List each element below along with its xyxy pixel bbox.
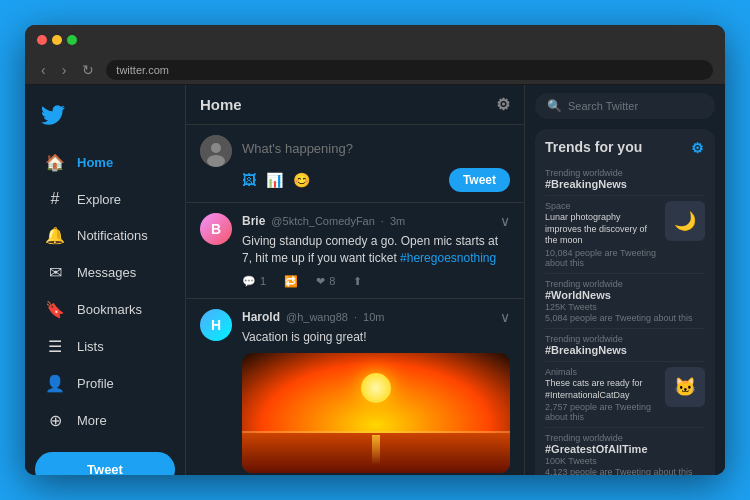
trend-5-text: Animals These cats are ready for #Intern… xyxy=(545,367,659,422)
sidebar-label-lists: Lists xyxy=(77,339,104,354)
sidebar-item-bookmarks[interactable]: 🔖 Bookmarks xyxy=(29,292,181,327)
trends-settings-icon[interactable]: ⚙ xyxy=(691,140,705,154)
tweet-1-name: Brie xyxy=(242,214,265,228)
tweet-button[interactable]: Tweet xyxy=(35,452,175,475)
tweet-1-share[interactable]: ⬆ xyxy=(353,275,362,288)
trend-2-text: Space Lunar photography improves the dis… xyxy=(545,201,659,268)
tweet-1-like[interactable]: ❤ 8 xyxy=(316,275,335,288)
sidebar-label-home: Home xyxy=(77,155,113,170)
search-input[interactable] xyxy=(568,100,706,112)
tweet-2-name: Harold xyxy=(242,310,280,324)
sidebar-item-more[interactable]: ⊕ More xyxy=(29,403,181,438)
tweet-card-1: B Brie @5ktch_ComedyFan · 3m ∨ Giving st… xyxy=(186,203,524,299)
profile-icon: 👤 xyxy=(45,374,65,393)
trend-item-2[interactable]: Space Lunar photography improves the dis… xyxy=(545,196,705,274)
trends-box: Trends for you ⚙ Trending worldwide #Bre… xyxy=(535,129,715,475)
tweet-1-more-icon[interactable]: ∨ xyxy=(500,213,510,229)
tweet-2-meta: Harold @h_wang88 · 10m ∨ xyxy=(242,309,510,325)
trend-item-1[interactable]: Trending worldwide #BreakingNews xyxy=(545,163,705,196)
sidebar-item-profile[interactable]: 👤 Profile xyxy=(29,366,181,401)
refresh-button[interactable]: ↻ xyxy=(78,60,98,80)
twitter-logo[interactable] xyxy=(25,95,185,143)
tweet-2-image xyxy=(242,353,510,473)
trend-item-4[interactable]: Trending worldwide #BreakingNews xyxy=(545,329,705,362)
tweet-1-body: Giving standup comedy a go. Open mic sta… xyxy=(242,233,510,267)
poll-icon[interactable]: 📊 xyxy=(266,172,283,188)
trends-title: Trends for you ⚙ xyxy=(545,139,705,155)
compose-right: 🖼 📊 😊 Tweet xyxy=(242,135,510,192)
tweet-2-more-icon[interactable]: ∨ xyxy=(500,309,510,325)
search-bar[interactable]: 🔍 xyxy=(535,93,715,119)
feed-header: Home ⚙ xyxy=(186,85,524,125)
address-bar[interactable]: twitter.com xyxy=(106,60,713,80)
trend-1-text: Trending worldwide #BreakingNews xyxy=(545,168,705,190)
browser-dots xyxy=(37,35,77,45)
sidebar-label-profile: Profile xyxy=(77,376,114,391)
minimize-button-dot[interactable] xyxy=(52,35,62,45)
browser-content: 🏠 Home # Explore 🔔 Notifications ✉ Messa… xyxy=(25,85,725,475)
back-button[interactable]: ‹ xyxy=(37,60,50,80)
tweet-card-2-header: H Harold @h_wang88 · 10m ∨ Vacation is g… xyxy=(200,309,510,346)
sidebar-label-explore: Explore xyxy=(77,192,121,207)
bookmarks-icon: 🔖 xyxy=(45,300,65,319)
sidebar-item-explore[interactable]: # Explore xyxy=(29,182,181,216)
explore-icon: # xyxy=(45,190,65,208)
url-text: twitter.com xyxy=(116,64,169,76)
tweet-2-handle: @h_wang88 xyxy=(286,311,348,323)
compose-actions: 🖼 📊 😊 Tweet xyxy=(242,168,510,192)
browser-titlebar xyxy=(25,25,725,55)
compose-input[interactable] xyxy=(242,135,510,162)
home-icon: 🏠 xyxy=(45,153,65,172)
trend-6-text: Trending worldwide #GreatestOfAllTime 10… xyxy=(545,433,705,475)
sidebar-label-messages: Messages xyxy=(77,265,136,280)
trend-item-6[interactable]: Trending worldwide #GreatestOfAllTime 10… xyxy=(545,428,705,475)
tweet-1-time: · xyxy=(381,215,384,227)
sidebar-item-home[interactable]: 🏠 Home xyxy=(29,145,181,180)
notifications-icon: 🔔 xyxy=(45,226,65,245)
sidebar-item-lists[interactable]: ☰ Lists xyxy=(29,329,181,364)
tweet-1-avatar[interactable]: B xyxy=(200,213,232,245)
close-button-dot[interactable] xyxy=(37,35,47,45)
sidebar-item-notifications[interactable]: 🔔 Notifications xyxy=(29,218,181,253)
compose-tweet-button[interactable]: Tweet xyxy=(449,168,510,192)
trend-item-3[interactable]: Trending worldwide #WorldNews 125K Tweet… xyxy=(545,274,705,329)
tweet-1-handle: @5ktch_ComedyFan xyxy=(271,215,375,227)
emoji-icon[interactable]: 😊 xyxy=(293,172,310,188)
feed-settings-icon[interactable]: ⚙ xyxy=(496,95,510,114)
maximize-button-dot[interactable] xyxy=(67,35,77,45)
browser-window: ‹ › ↻ twitter.com 🏠 Home # Explore xyxy=(25,25,725,475)
tweet-2-timestamp: 10m xyxy=(363,311,384,323)
water-reflection xyxy=(372,435,380,465)
sidebar-label-more: More xyxy=(77,413,107,428)
compose-icons: 🖼 📊 😊 xyxy=(242,172,310,188)
trend-item-5[interactable]: Animals These cats are ready for #Intern… xyxy=(545,362,705,428)
feed-title: Home xyxy=(200,96,242,113)
compose-user-avatar xyxy=(200,135,232,167)
sidebar: 🏠 Home # Explore 🔔 Notifications ✉ Messa… xyxy=(25,85,185,475)
feed: Home ⚙ 🖼 📊 xyxy=(185,85,525,475)
tweet-1-link[interactable]: #heregoesnothing xyxy=(400,251,496,265)
sidebar-label-notifications: Notifications xyxy=(77,228,148,243)
tweet-2-body: Vacation is going great! xyxy=(242,329,510,346)
tweet-1-meta: Brie @5ktch_ComedyFan · 3m ∨ xyxy=(242,213,510,229)
tweet-1-actions: 💬 1 🔁 ❤ 8 ⬆ xyxy=(242,275,510,288)
tweet-2-avatar[interactable]: H xyxy=(200,309,232,341)
tweet-1-reply[interactable]: 💬 1 xyxy=(242,275,266,288)
image-icon[interactable]: 🖼 xyxy=(242,172,256,188)
trend-4-text: Trending worldwide #BreakingNews xyxy=(545,334,705,356)
forward-button[interactable]: › xyxy=(58,60,71,80)
trend-5-image: 🐱 xyxy=(665,367,705,407)
trend-2-image: 🌙 xyxy=(665,201,705,241)
tweet-card-2: H Harold @h_wang88 · 10m ∨ Vacation is g… xyxy=(186,299,524,475)
browser-chrome: ‹ › ↻ twitter.com xyxy=(25,25,725,85)
more-icon: ⊕ xyxy=(45,411,65,430)
sidebar-item-messages[interactable]: ✉ Messages xyxy=(29,255,181,290)
tweet-1-retweet[interactable]: 🔁 xyxy=(284,275,298,288)
messages-icon: ✉ xyxy=(45,263,65,282)
lists-icon: ☰ xyxy=(45,337,65,356)
compose-box: 🖼 📊 😊 Tweet xyxy=(186,125,524,203)
tweet-2-separator: · xyxy=(354,311,357,323)
tweet-1-timestamp: 3m xyxy=(390,215,405,227)
sunset-image xyxy=(242,353,510,473)
tweet-card-1-header: B Brie @5ktch_ComedyFan · 3m ∨ Giving st… xyxy=(200,213,510,267)
